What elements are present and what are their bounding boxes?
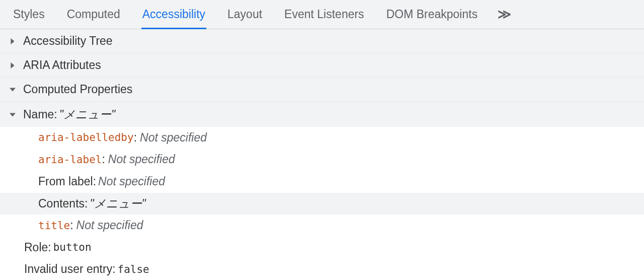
attribute-name: title [38, 218, 70, 234]
property-value: button [53, 239, 92, 256]
devtools-tabs: Styles Computed Accessibility Layout Eve… [0, 0, 644, 29]
property-label: Name: [23, 106, 57, 124]
source-label: Contents: [38, 195, 88, 213]
tab-label: Computed [67, 8, 120, 21]
separator: : [102, 151, 105, 169]
tab-label: Styles [13, 8, 45, 21]
svg-marker-2 [10, 88, 16, 91]
computed-properties-body: Name: "メニュー" aria-labelledby : Not speci… [0, 102, 644, 280]
attribute-value: Not specified [76, 217, 143, 235]
separator: : [134, 129, 137, 147]
section-accessibility-tree[interactable]: Accessibility Tree [0, 29, 644, 53]
tab-label: Layout [227, 8, 262, 21]
tab-event-listeners[interactable]: Event Listeners [273, 0, 375, 29]
svg-marker-0 [11, 38, 14, 44]
name-source-title: title : Not specified [0, 215, 644, 237]
chevron-down-icon [8, 87, 17, 93]
property-value: "メニュー" [59, 106, 115, 124]
property-value: false [118, 261, 149, 278]
source-value: Not specified [98, 173, 165, 191]
section-title: Accessibility Tree [23, 34, 113, 48]
svg-marker-3 [10, 113, 16, 116]
tab-accessibility[interactable]: Accessibility [131, 0, 216, 29]
source-value: "メニュー" [90, 195, 145, 213]
section-title: Computed Properties [23, 83, 132, 96]
chevron-right-icon [8, 62, 17, 68]
attribute-name: aria-label [38, 152, 102, 168]
property-role: Role: button [0, 237, 644, 259]
section-computed-properties[interactable]: Computed Properties [0, 78, 644, 102]
chevron-right-double-icon: ≫ [498, 7, 510, 22]
svg-marker-1 [11, 62, 14, 68]
tab-dom-breakpoints[interactable]: DOM Breakpoints [375, 0, 489, 29]
property-label: Role: [24, 239, 51, 257]
tab-label: DOM Breakpoints [386, 8, 478, 21]
more-tabs-button[interactable]: ≫ [489, 7, 519, 22]
tab-label: Accessibility [142, 8, 205, 21]
chevron-right-icon [8, 38, 17, 44]
accessibility-panel: Accessibility Tree ARIA Attributes Compu… [0, 29, 644, 102]
property-name[interactable]: Name: "メニュー" [0, 102, 644, 127]
separator: : [70, 217, 73, 235]
attribute-name: aria-labelledby [38, 129, 134, 146]
section-aria-attributes[interactable]: ARIA Attributes [0, 53, 644, 78]
name-source-from-label: From label: Not specified [0, 171, 644, 193]
property-label: Invalid user entry: [24, 260, 116, 278]
name-source-contents: Contents: "メニュー" [0, 193, 644, 215]
tab-layout[interactable]: Layout [216, 0, 273, 29]
tab-label: Event Listeners [284, 8, 364, 21]
property-invalid-user-entry: Invalid user entry: false [0, 258, 644, 280]
chevron-down-icon [8, 112, 17, 118]
name-source-aria-label: aria-label : Not specified [0, 149, 644, 171]
attribute-value: Not specified [140, 129, 207, 147]
tab-computed[interactable]: Computed [56, 0, 131, 29]
section-title: ARIA Attributes [23, 58, 101, 72]
source-label: From label: [38, 173, 96, 191]
tab-styles[interactable]: Styles [2, 0, 56, 29]
name-source-aria-labelledby: aria-labelledby : Not specified [0, 127, 644, 149]
attribute-value: Not specified [108, 151, 175, 169]
